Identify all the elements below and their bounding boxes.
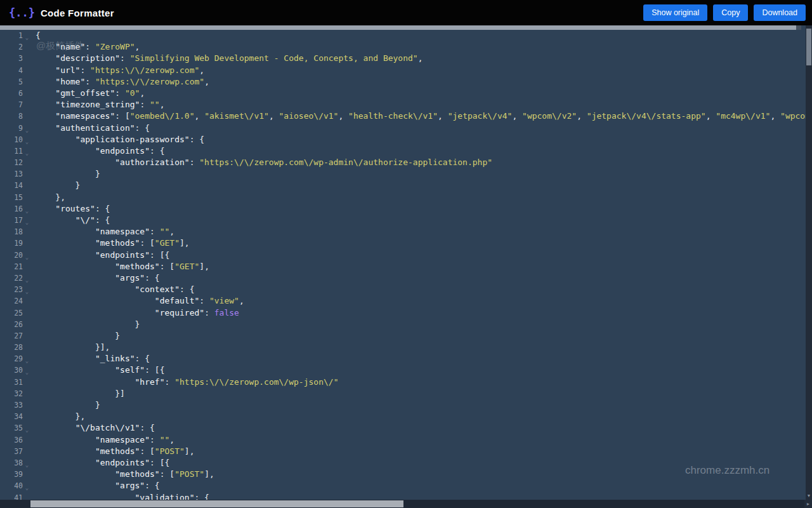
fold-spacer (23, 55, 31, 66)
code-line: 28 }], (0, 342, 806, 353)
code-line: 1⌄{ (0, 30, 806, 41)
line-number: 32 (0, 388, 23, 399)
code-text: }, (36, 192, 65, 203)
fold-spacer (23, 436, 31, 448)
chevron-down-icon[interactable]: ⌄ (23, 124, 31, 136)
fold-spacer (23, 67, 31, 78)
chevron-down-icon[interactable]: ⌄ (23, 482, 31, 493)
code-line: 34 }, (0, 411, 806, 422)
code-line: 12 "authorization": "https:\/\/zerowp.co… (0, 157, 806, 168)
fold-spacer (23, 297, 31, 309)
line-number: 8 (0, 110, 23, 122)
code-line: 21 "methods": ["GET"], (0, 261, 806, 272)
scroll-right-arrow-icon[interactable]: ► (804, 500, 812, 508)
line-number: 27 (0, 330, 23, 342)
code-lines: 1⌄{2 "name": "ZeroWP",3 "description": "… (0, 30, 806, 500)
code-line: 17⌄ "\/": { (0, 215, 806, 226)
code-line: 6 "gmt_offset": "0", (0, 88, 806, 99)
bottom-horizontal-scrollbar-thumb[interactable] (30, 500, 403, 507)
line-number: 7 (0, 99, 23, 110)
code-text: "_links": { (36, 353, 150, 364)
code-line: 40⌄ "args": { (0, 480, 806, 491)
header-actions: Show original Copy Download (643, 4, 806, 21)
fold-spacer (23, 263, 31, 274)
chevron-down-icon[interactable]: ⌄ (23, 136, 31, 147)
code-text: } (36, 399, 100, 411)
code-text: "endpoints": { (36, 145, 165, 157)
chevron-down-icon[interactable]: ⌄ (23, 366, 31, 378)
code-text: } (36, 180, 80, 191)
code-line: 3 "description": "Simplifying Web Develo… (0, 53, 806, 64)
download-button[interactable]: Download (754, 4, 806, 21)
line-number: 22 (0, 272, 23, 284)
line-number: 2 (0, 41, 23, 53)
fold-spacer (23, 43, 31, 55)
code-line: 8 "namespaces": ["oembed\/1.0", "akismet… (0, 110, 806, 122)
fold-spacer (23, 90, 31, 101)
code-text: "href": "https:\/\/zerowp.com\/wp-json\/… (36, 377, 338, 388)
chevron-down-icon[interactable]: ⌄ (23, 32, 31, 43)
code-line: 2 "name": "ZeroWP", (0, 41, 806, 53)
fold-spacer (23, 239, 31, 251)
code-line: 33 } (0, 399, 806, 411)
code-line: 7 "timezone_string": "", (0, 99, 806, 110)
chevron-down-icon[interactable]: ⌄ (23, 286, 31, 297)
line-number: 16 (0, 203, 23, 215)
bottom-horizontal-scrollbar[interactable] (0, 500, 804, 508)
chevron-down-icon[interactable]: ⌄ (23, 217, 31, 228)
chevron-down-icon[interactable]: ⌄ (23, 424, 31, 436)
code-text: "name": "ZeroWP", (36, 41, 140, 53)
scroll-down-arrow-icon[interactable]: ▼ (806, 491, 812, 500)
chevron-down-icon[interactable]: ⌄ (23, 494, 31, 500)
line-number: 12 (0, 157, 23, 168)
code-line: 25 "required": false (0, 307, 806, 319)
vertical-scrollbar-thumb[interactable] (806, 29, 811, 65)
chevron-down-icon[interactable]: ⌄ (23, 274, 31, 286)
code-line: 23⌄ "context": { (0, 284, 806, 295)
code-text: "namespace": "", (36, 226, 174, 237)
line-number: 33 (0, 399, 23, 411)
chevron-down-icon[interactable]: ⌄ (23, 147, 31, 159)
line-number: 35 (0, 422, 23, 434)
copy-button[interactable]: Copy (713, 4, 748, 21)
top-horizontal-scrollbar[interactable] (0, 25, 801, 30)
code-line: 18 "namespace": "", (0, 226, 806, 237)
code-line: 38⌄ "endpoints": [{ (0, 457, 806, 469)
code-text: }, (36, 411, 85, 422)
chevron-down-icon[interactable]: ⌄ (23, 459, 31, 471)
top-horizontal-scrollbar-thumb[interactable] (0, 25, 796, 30)
line-number: 25 (0, 307, 23, 319)
fold-spacer (23, 401, 31, 413)
fold-spacer (23, 471, 31, 482)
chevron-down-icon[interactable]: ⌄ (23, 251, 31, 263)
fold-spacer (23, 321, 31, 332)
code-line: 19 "methods": ["GET"], (0, 237, 806, 249)
code-text: "url": "https:\/\/zerowp.com", (36, 65, 204, 76)
fold-spacer (23, 101, 31, 112)
fold-spacer (23, 413, 31, 424)
code-text: "routes": { (36, 203, 110, 215)
line-number: 18 (0, 226, 23, 237)
code-text: "args": { (36, 272, 160, 284)
line-number: 29 (0, 353, 23, 364)
chevron-down-icon[interactable]: ⌄ (23, 355, 31, 366)
line-number: 39 (0, 469, 23, 480)
fold-spacer (23, 332, 31, 344)
chevron-down-icon[interactable]: ⌄ (23, 205, 31, 217)
code-line: 24 "default": "view", (0, 295, 806, 307)
line-number: 1 (0, 30, 23, 41)
code-line: 32 }] (0, 388, 806, 399)
code-text: "required": false (36, 307, 239, 319)
code-line: 11⌄ "endpoints": { (0, 145, 806, 157)
code-line: 39 "methods": ["POST"], (0, 469, 806, 480)
code-text: "description": "Simplifying Web Developm… (36, 53, 423, 64)
line-number: 17 (0, 215, 23, 226)
line-number: 23 (0, 284, 23, 295)
code-line: 10⌄ "application-passwords": { (0, 134, 806, 145)
code-text: "methods": ["GET"], (36, 261, 209, 272)
vertical-scrollbar[interactable]: ▼ (806, 25, 812, 500)
show-original-button[interactable]: Show original (643, 4, 707, 21)
line-number: 6 (0, 88, 23, 99)
code-line: 15 }, (0, 192, 806, 203)
code-viewer: 1⌄{2 "name": "ZeroWP",3 "description": "… (0, 30, 806, 500)
